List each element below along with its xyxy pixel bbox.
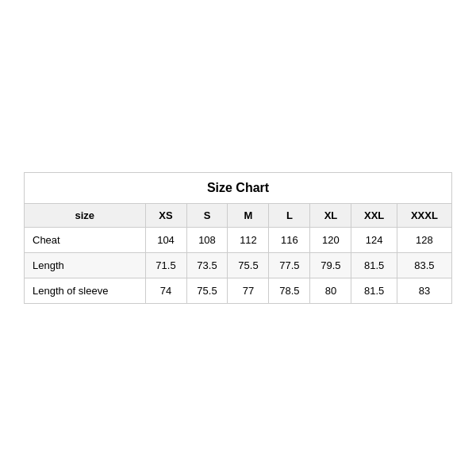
cell: 73.5 bbox=[186, 253, 228, 278]
cell: 128 bbox=[397, 228, 451, 253]
cell: 108 bbox=[186, 228, 228, 253]
header-xxxl: XXXL bbox=[397, 204, 451, 228]
cell: 74 bbox=[145, 278, 186, 304]
cell: 77 bbox=[228, 278, 269, 304]
header-l: L bbox=[269, 204, 310, 228]
header-xxl: XXL bbox=[351, 204, 397, 228]
cell: 75.5 bbox=[228, 253, 269, 278]
cell: 75.5 bbox=[186, 278, 228, 304]
row-label: Length bbox=[25, 253, 146, 278]
header-s: S bbox=[186, 204, 228, 228]
cell: 112 bbox=[228, 228, 269, 253]
cell: 83.5 bbox=[397, 253, 451, 278]
cell: 81.5 bbox=[351, 278, 397, 304]
cell: 81.5 bbox=[351, 253, 397, 278]
cell: 78.5 bbox=[269, 278, 310, 304]
size-chart-table: Size Chart size XS S M L XL XXL XXXL Che… bbox=[24, 172, 452, 304]
cell: 77.5 bbox=[269, 253, 310, 278]
table-row: Length of sleeve7475.57778.58081.583 bbox=[25, 278, 452, 304]
row-label: Length of sleeve bbox=[25, 278, 146, 304]
table-row: Length71.573.575.577.579.581.583.5 bbox=[25, 253, 452, 278]
header-row: size XS S M L XL XXL XXXL bbox=[25, 204, 452, 228]
chart-title: Size Chart bbox=[25, 173, 452, 204]
header-label: size bbox=[25, 204, 146, 228]
header-m: M bbox=[228, 204, 269, 228]
cell: 104 bbox=[145, 228, 186, 253]
size-chart-container: Size Chart size XS S M L XL XXL XXXL Che… bbox=[24, 172, 452, 304]
cell: 80 bbox=[310, 278, 351, 304]
cell: 124 bbox=[351, 228, 397, 253]
cell: 71.5 bbox=[145, 253, 186, 278]
cell: 83 bbox=[397, 278, 451, 304]
cell: 79.5 bbox=[310, 253, 351, 278]
cell: 120 bbox=[310, 228, 351, 253]
header-xs: XS bbox=[145, 204, 186, 228]
cell: 116 bbox=[269, 228, 310, 253]
title-row: Size Chart bbox=[25, 173, 452, 204]
row-label: Cheat bbox=[25, 228, 146, 253]
table-row: Cheat104108112116120124128 bbox=[25, 228, 452, 253]
header-xl: XL bbox=[310, 204, 351, 228]
